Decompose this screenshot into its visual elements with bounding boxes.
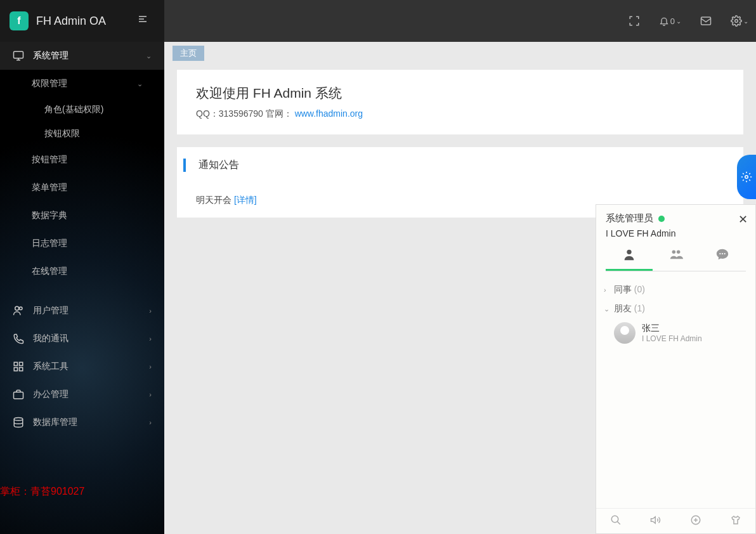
monitor-icon <box>13 50 24 62</box>
svg-rect-3 <box>14 362 17 365</box>
nav-db-mgmt[interactable]: 数据库管理 › <box>0 408 164 436</box>
breadcrumb-home[interactable]: 主页 <box>173 46 204 61</box>
database-icon <box>13 417 24 428</box>
fullscreen-icon <box>629 15 640 27</box>
topbar-right: 0 ⌄ ⌄ <box>629 15 748 27</box>
nav-log-mgmt[interactable]: 日志管理 <box>0 230 164 257</box>
friend-name: 张三 <box>642 323 702 334</box>
nav-button-perm[interactable]: 按钮权限 <box>0 122 164 146</box>
welcome-title: 欢迎使用 FH Admin 系统 <box>196 84 724 102</box>
chat-tab-messages[interactable] <box>699 242 746 271</box>
chat-group-colleague[interactable]: › 同事 (0) <box>604 280 748 299</box>
svg-point-8 <box>14 418 23 421</box>
settings-ribbon[interactable] <box>737 155 756 199</box>
nav-online-mgmt[interactable]: 在线管理 <box>0 257 164 285</box>
nav-label: 日志管理 <box>32 238 67 249</box>
chat-close-button[interactable]: ✕ <box>738 212 748 226</box>
nav-label: 数据字典 <box>32 210 67 221</box>
nav-label: 数据库管理 <box>33 417 77 428</box>
chat-tab-groups[interactable] <box>653 242 700 271</box>
nav-data-dict[interactable]: 数据字典 <box>0 202 164 230</box>
group-label: 朋友 <box>614 303 632 313</box>
nav-role-basic[interactable]: 角色(基础权限) <box>0 98 164 122</box>
notice-text: 明天开会 <box>196 195 231 205</box>
nav-menu-mgmt[interactable]: 菜单管理 <box>0 174 164 202</box>
nav-label: 菜单管理 <box>32 182 67 193</box>
nav-user-mgmt[interactable]: 用户管理 › <box>0 297 164 325</box>
chat-bubble-icon <box>715 247 729 261</box>
grid-icon <box>13 361 24 372</box>
welcome-card: 欢迎使用 FH Admin 系统 QQ：313596790 官网： www.fh… <box>177 70 743 134</box>
nav-label: 在线管理 <box>32 266 67 277</box>
svg-point-1 <box>15 306 19 310</box>
avatar-icon <box>614 322 635 344</box>
notification-button[interactable]: 0 ⌄ <box>659 16 681 26</box>
chat-tabs <box>606 242 746 271</box>
chevron-down-icon: ⌄ <box>146 52 152 60</box>
svg-rect-9 <box>701 17 711 25</box>
chat-skin-button[interactable] <box>730 514 741 528</box>
speaker-icon <box>650 514 662 526</box>
nav-button-mgmt[interactable]: 按钮管理 <box>0 146 164 174</box>
search-icon <box>610 514 622 526</box>
welcome-site-link[interactable]: www.fhadmin.org <box>295 108 363 119</box>
svg-point-15 <box>719 253 720 254</box>
svg-rect-5 <box>14 368 17 371</box>
nav-label: 系统工具 <box>33 361 68 372</box>
nav-system-mgmt[interactable]: 系统管理 ⌄ <box>0 42 164 70</box>
nav-label: 按钮管理 <box>32 154 67 166</box>
person-icon <box>622 247 636 261</box>
chevron-down-icon: ⌄ <box>604 305 611 313</box>
tshirt-icon <box>730 514 741 526</box>
logo-area[interactable]: f FH Admin OA <box>0 0 164 42</box>
nav-my-comm[interactable]: 我的通讯 › <box>0 325 164 353</box>
chat-group-friend[interactable]: ⌄ 朋友 (1) <box>604 299 748 318</box>
nav-sys-tools[interactable]: 系统工具 › <box>0 353 164 381</box>
chevron-right-icon: › <box>149 335 152 342</box>
chat-header: 系统管理员 ✕ I LOVE FH Admin <box>596 205 755 275</box>
chat-add-button[interactable] <box>690 514 701 528</box>
users-icon <box>13 305 24 316</box>
group-count: (1) <box>634 303 645 313</box>
chat-tab-contacts[interactable] <box>606 242 653 271</box>
svg-point-13 <box>672 251 675 254</box>
group-label: 同事 <box>614 284 632 294</box>
mail-button[interactable] <box>700 15 712 27</box>
gear-icon <box>741 171 752 183</box>
bell-icon <box>659 16 669 26</box>
notice-detail-link[interactable]: [详情] <box>234 195 257 205</box>
chat-friend-item[interactable]: 张三 I LOVE FH Admin <box>604 318 748 348</box>
sidebar: 系统管理 ⌄ 权限管理 ⌄ 角色(基础权限) 按钮权限 按钮管理 菜单管理 数据… <box>0 0 164 534</box>
chat-sound-button[interactable] <box>650 514 662 528</box>
menu-toggle-icon[interactable] <box>136 14 149 27</box>
chevron-right-icon: › <box>149 363 152 370</box>
svg-point-2 <box>20 307 23 310</box>
online-status-icon <box>658 216 665 222</box>
chat-status-text: I LOVE FH Admin <box>606 228 746 238</box>
phone-icon <box>13 333 24 344</box>
plus-circle-icon <box>690 514 701 526</box>
nav-label: 办公管理 <box>33 389 68 400</box>
svg-point-16 <box>722 253 723 254</box>
group-icon <box>669 247 683 261</box>
fullscreen-button[interactable] <box>629 15 640 27</box>
chat-search-button[interactable] <box>610 514 622 528</box>
svg-point-17 <box>724 253 726 254</box>
chevron-down-icon: ⌄ <box>676 18 681 25</box>
nav-office[interactable]: 办公管理 › <box>0 381 164 408</box>
friend-status: I LOVE FH Admin <box>642 334 702 343</box>
svg-rect-6 <box>20 368 23 371</box>
svg-rect-7 <box>14 392 23 399</box>
app-title: FH Admin OA <box>36 15 106 28</box>
chevron-right-icon: › <box>149 419 152 426</box>
chat-username: 系统管理员 <box>606 212 653 223</box>
svg-point-12 <box>627 250 631 254</box>
chevron-down-icon: ⌄ <box>137 80 143 88</box>
nav-perm-mgmt[interactable]: 权限管理 ⌄ <box>0 70 164 98</box>
nav-label: 我的通讯 <box>33 333 68 344</box>
settings-button[interactable]: ⌄ <box>731 15 748 27</box>
svg-rect-4 <box>20 362 23 365</box>
svg-point-14 <box>676 251 680 254</box>
svg-rect-0 <box>14 51 23 58</box>
nav-label: 系统管理 <box>33 50 68 62</box>
